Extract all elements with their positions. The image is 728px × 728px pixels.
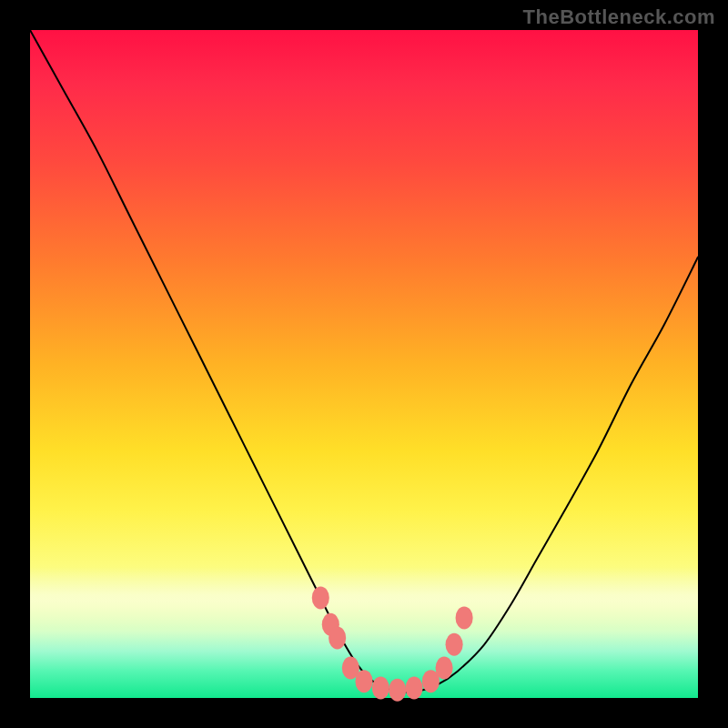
curve-layer	[30, 30, 698, 698]
threshold-dot	[389, 679, 406, 702]
threshold-dot	[355, 670, 372, 693]
threshold-dot	[372, 677, 389, 700]
chart-frame: TheBottleneck.com	[0, 0, 728, 728]
plot-area	[30, 30, 698, 698]
threshold-dot	[312, 586, 329, 609]
threshold-dot	[456, 606, 473, 629]
bottleneck-curve	[30, 30, 698, 693]
threshold-dot	[446, 633, 463, 656]
threshold-dot	[436, 656, 453, 679]
threshold-dot	[329, 626, 346, 649]
threshold-dot	[406, 677, 423, 700]
watermark-text: TheBottleneck.com	[523, 5, 715, 29]
threshold-dots	[312, 586, 473, 701]
